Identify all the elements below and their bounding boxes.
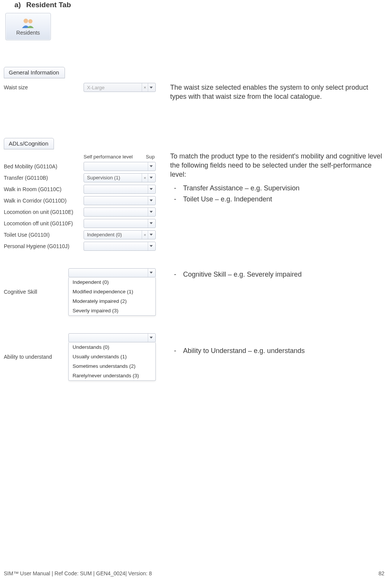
adl-field-row: Walk in Room (G0110C) — [4, 185, 156, 194]
chevron-down-icon[interactable] — [148, 269, 154, 277]
heading-title: Resident Tab — [26, 1, 71, 9]
understand-bullet: Ability to Understand – e.g. understands — [183, 346, 384, 355]
adl-field-label: Toilet Use (G0110I) — [4, 232, 84, 238]
tab-general-information[interactable]: General Information — [4, 67, 65, 78]
chevron-down-icon[interactable] — [148, 334, 154, 342]
footer-left: SIM™ User Manual | Ref Code: SUM | GEN4_… — [4, 570, 152, 576]
cognitive-skill-listbox[interactable]: Independent (0)Modified independence (1)… — [68, 277, 156, 316]
page-footer: SIM™ User Manual | Ref Code: SUM | GEN4_… — [4, 570, 384, 576]
chevron-down-icon[interactable] — [148, 83, 154, 92]
waist-size-value: X-Large — [87, 85, 142, 90]
adl-field-label: Walk in Room (G0110C) — [4, 186, 84, 192]
waist-size-label: Waist size — [4, 84, 84, 90]
adl-field-dropdown[interactable]: Supervision (1)× — [84, 173, 156, 182]
heading-marker: a) — [14, 1, 21, 9]
adl-field-dropdown[interactable] — [84, 207, 156, 217]
adl-field-label: Locomotion off unit (G0110F) — [4, 220, 84, 226]
list-option[interactable]: Rarely/never understands (3) — [69, 371, 155, 380]
chevron-down-icon[interactable] — [148, 185, 154, 193]
ability-understand-label: Ability to understand — [4, 354, 68, 360]
adl-bullet: Toilet Use – e.g. Independent — [183, 195, 384, 204]
chevron-down-icon[interactable] — [148, 208, 154, 216]
adl-field-label: Bed Mobility (G0110A) — [4, 163, 84, 169]
waist-description: The waist size selected enables the syst… — [170, 83, 384, 101]
residents-icon — [21, 17, 35, 29]
clear-icon[interactable]: × — [142, 174, 148, 182]
chevron-down-icon[interactable] — [148, 196, 154, 205]
adl-field-dropdown[interactable] — [84, 185, 156, 194]
adl-field-dropdown[interactable] — [84, 242, 156, 251]
chevron-down-icon[interactable] — [148, 162, 154, 171]
adl-field-dropdown[interactable]: Independent (0)× — [84, 230, 156, 239]
list-option[interactable]: Independent (0) — [69, 277, 155, 287]
adl-field-label: Walk in Corridor (G0110D) — [4, 198, 84, 204]
footer-page-number: 82 — [378, 570, 384, 576]
adl-field-row: Bed Mobility (G0110A) — [4, 162, 156, 171]
clear-icon[interactable]: × — [142, 231, 148, 239]
cognitive-skill-dropdown[interactable] — [68, 268, 156, 277]
chevron-down-icon[interactable] — [148, 242, 154, 250]
adl-field-dropdown[interactable] — [84, 196, 156, 205]
chevron-down-icon[interactable] — [148, 219, 154, 228]
adl-field-row: Locomotion on unit (G0110E) — [4, 207, 156, 217]
adl-field-value: Supervision (1) — [87, 175, 142, 180]
list-option[interactable]: Moderately impaired (2) — [69, 296, 155, 306]
chevron-down-icon[interactable] — [148, 231, 154, 239]
cognitive-bullet: Cognitive Skill – e.g. Severely impaired — [183, 270, 384, 279]
adl-field-dropdown[interactable] — [84, 162, 156, 171]
adl-field-row: Personal Hygiene (G0110J) — [4, 242, 156, 251]
ability-understand-dropdown[interactable] — [68, 333, 156, 342]
adl-field-label: Locomotion on unit (G0110E) — [4, 209, 84, 215]
chevron-down-icon[interactable] — [148, 174, 154, 182]
list-option[interactable]: Sometimes understands (2) — [69, 361, 155, 371]
section-heading: a) Resident Tab — [14, 1, 384, 9]
tab-adls-cognition[interactable]: ADLs/Cognition — [4, 138, 54, 149]
list-option[interactable]: Modified independence (1) — [69, 287, 155, 296]
adl-field-value: Independent (0) — [87, 232, 142, 237]
header-self-performance: Self performance level — [84, 154, 144, 160]
adl-field-row: Locomotion off unit (G0110F) — [4, 219, 156, 228]
list-option[interactable]: Understands (0) — [69, 342, 155, 352]
list-option[interactable]: Severly impaired (3) — [69, 306, 155, 315]
adl-field-label: Transfer (G0110B) — [4, 175, 84, 181]
clear-icon[interactable]: × — [142, 83, 148, 92]
adl-field-dropdown[interactable] — [84, 219, 156, 228]
adl-field-row: Transfer (G0110B)Supervision (1)× — [4, 173, 156, 182]
header-support: Sup — [144, 154, 155, 160]
list-option[interactable]: Usually understands (1) — [69, 352, 155, 361]
svg-point-0 — [24, 19, 28, 23]
cognitive-skill-label: Cognitive Skill — [4, 289, 68, 295]
adl-field-row: Walk in Corridor (G0110D) — [4, 196, 156, 205]
adl-field-label: Personal Hygiene (G0110J) — [4, 243, 84, 249]
residents-button-label: Residents — [16, 30, 40, 36]
adls-intro: To match the product type to the residen… — [170, 152, 384, 179]
ability-understand-listbox[interactable]: Understands (0)Usually understands (1)So… — [68, 342, 156, 381]
adl-bullet: Transfer Assistance – e.g. Supervision — [183, 184, 384, 193]
svg-point-1 — [28, 19, 33, 24]
adl-field-row: Toilet Use (G0110I)Independent (0)× — [4, 230, 156, 239]
residents-button[interactable]: Residents — [5, 13, 51, 40]
waist-size-dropdown[interactable]: X-Large × — [84, 83, 156, 92]
